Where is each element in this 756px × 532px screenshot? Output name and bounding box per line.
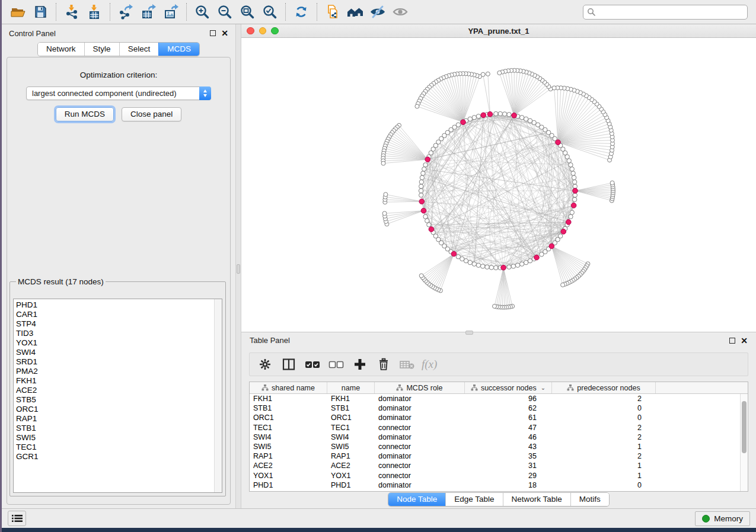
vertical-splitter[interactable] [235,24,241,508]
mcds-result-item[interactable]: ACE2 [16,386,222,395]
zoom-selected-icon[interactable] [259,2,281,21]
mcds-result-item[interactable]: YOX1 [16,338,222,348]
table-cell: SWI4 [250,433,327,441]
tab-style[interactable]: Style [84,43,119,56]
settings-icon[interactable] [254,355,276,374]
export-image-icon[interactable] [160,2,182,21]
import-network-icon[interactable] [60,2,83,21]
memory-button[interactable]: Memory [695,511,750,526]
save-icon[interactable] [29,2,52,21]
toolbar-separator [317,3,317,21]
mcds-result-item[interactable]: FKH1 [16,376,222,386]
mcds-result-list[interactable]: PHD1CAR1STP4TID3YOX1SWI4SRD1PMA2FKH1ACE2… [13,299,222,493]
zoom-fit-icon[interactable] [236,2,259,21]
zoom-in-icon[interactable] [191,2,213,21]
tab-edge-table[interactable]: Edge Table [445,493,502,506]
export-table-icon[interactable] [137,2,160,21]
table-cell: connector [375,472,465,480]
table-row[interactable]: RAP1RAP1dominator352 [250,451,740,461]
mcds-result-item[interactable]: SWI4 [16,348,222,357]
mcds-result-item[interactable]: GCR1 [16,452,222,462]
main-toolbar [2,0,756,24]
table-cell: 2 [552,452,656,460]
node-table[interactable]: shared name name MCDS role successor nod… [249,382,748,492]
table-row[interactable]: SWI5SWI5connector431 [250,442,740,451]
network-window-titlebar[interactable]: YPA_prune.txt_1 [241,24,756,38]
open-file-icon[interactable] [7,2,29,21]
mcds-result-item[interactable]: STB5 [16,395,222,405]
mcds-result-item[interactable]: PHD1 [16,300,222,310]
result-list-scrollbar[interactable] [214,299,222,492]
optimization-criterion-select[interactable]: largest connected component (undirected) [26,86,211,100]
mcds-result-item[interactable]: CAR1 [16,310,222,319]
tab-network[interactable]: Network [38,43,84,56]
splitter-grip[interactable] [237,264,240,274]
table-cell: 35 [465,452,552,460]
close-panel-icon[interactable]: ✕ [221,30,228,36]
mcds-result-item[interactable]: PMA2 [16,367,222,376]
table-cell: dominator [375,395,465,403]
table-body: FKH1FKH1dominator962STB1STB1dominator620… [250,394,740,491]
table-row[interactable]: ORC1ORC1dominator610 [250,413,740,422]
table-row[interactable]: ACE2ACE2connector311 [250,461,740,470]
split-columns-icon[interactable] [278,355,299,374]
table-cell: 2 [552,424,656,432]
import-table-icon[interactable] [83,2,106,21]
column-header-successor-nodes[interactable]: successor nodes ⌄ [465,382,552,393]
run-mcds-button[interactable]: Run MCDS [56,107,114,121]
mcds-result-item[interactable]: STP4 [16,319,222,329]
network-window-title: YPA_prune.txt_1 [241,27,756,36]
column-type-icon [396,384,403,391]
refresh-view-icon[interactable] [290,2,312,21]
tab-select[interactable]: Select [119,43,159,56]
table-cell: ORC1 [250,414,327,422]
tab-network-table[interactable]: Network Table [503,493,570,506]
delete-column-icon[interactable] [373,355,394,374]
mcds-result-item[interactable]: SRD1 [16,357,222,367]
mcds-result-item[interactable]: TID3 [16,329,222,338]
mcds-result-item[interactable]: RAP1 [16,414,222,424]
select-all-icon[interactable] [302,355,323,374]
unselect-all-icon[interactable] [326,355,347,374]
table-panel-splitter-grip[interactable] [465,331,473,335]
close-panel-button[interactable]: Close panel [122,107,181,121]
network-graph[interactable] [241,38,754,332]
mcds-result-item[interactable]: SWI5 [16,433,222,443]
tab-motifs[interactable]: Motifs [570,493,609,506]
close-table-panel-icon[interactable]: ✕ [741,338,748,344]
mcds-result-item[interactable]: TEC1 [16,443,222,452]
table-row[interactable]: STB1STB1dominator620 [250,403,740,413]
table-cell: PHD1 [250,481,327,489]
export-network-icon[interactable] [114,2,137,21]
table-scrollbar-thumb[interactable] [742,401,747,453]
add-column-icon[interactable] [349,355,371,374]
table-row[interactable]: FKH1FKH1dominator962 [250,394,740,403]
table-cell: YOX1 [250,472,327,480]
hide-selected-icon[interactable] [366,2,389,21]
tab-mcds[interactable]: MCDS [158,43,199,56]
app-window: Control Panel ✕ Network Style Select MCD… [2,0,756,528]
float-panel-icon[interactable] [210,30,216,36]
zoom-out-icon[interactable] [213,2,236,21]
column-header-mcds-role[interactable]: MCDS role [375,382,465,393]
table-row[interactable]: TEC1TEC1connector472 [250,423,740,432]
network-canvas[interactable] [241,38,756,332]
column-header-name[interactable]: name [327,382,375,393]
search-input[interactable] [583,5,748,20]
optimization-criterion-value: largest connected component (undirected) [32,89,177,98]
table-row[interactable]: SWI4SWI4dominator462 [250,432,740,442]
float-table-panel-icon[interactable] [729,338,735,344]
tab-node-table[interactable]: Node Table [388,493,445,506]
clone-network-icon[interactable] [321,2,344,21]
mcds-result-item[interactable]: STB1 [16,424,222,433]
table-scrollbar[interactable] [740,394,748,491]
column-header-predecessor-nodes[interactable]: predecessor nodes [552,382,656,393]
column-header-shared-name[interactable]: shared name [250,382,327,393]
table-cell: FKH1 [250,395,327,403]
table-row[interactable]: PHD1PHD1dominator180 [250,480,740,490]
optimization-criterion-label: Optimization criterion: [7,70,230,79]
table-row[interactable]: YOX1YOX1connector291 [250,471,740,480]
first-neighbors-icon[interactable] [344,2,366,21]
mcds-result-item[interactable]: ORC1 [16,405,222,414]
log-console-button[interactable] [8,511,26,526]
